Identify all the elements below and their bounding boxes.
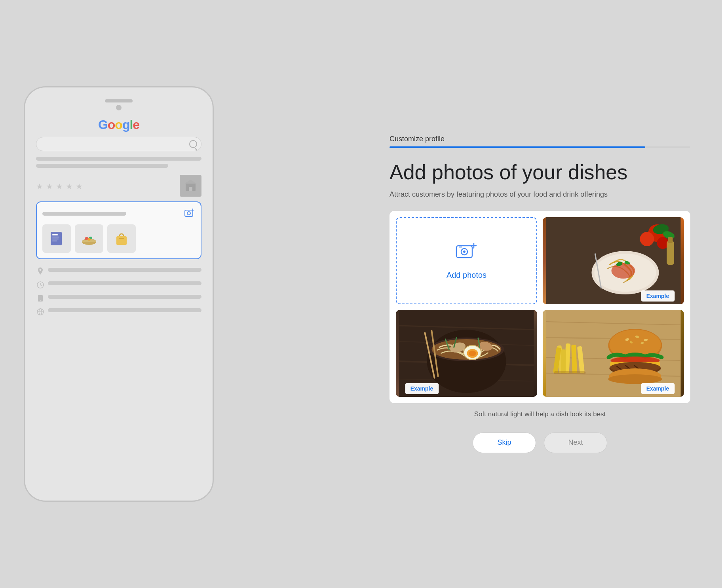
svg-rect-7 (52, 237, 59, 237)
svg-text:Example: Example (646, 385, 669, 392)
store-icon (180, 175, 201, 197)
photo-grid: Add photos (390, 211, 690, 403)
svg-text:Example: Example (646, 293, 669, 299)
globe-row (36, 307, 201, 316)
svg-rect-6 (52, 234, 58, 235)
stars-row: ★ ★ ★ ★ ★ (36, 175, 201, 197)
svg-rect-15 (119, 238, 124, 239)
progress-section: Customize profile (390, 135, 690, 148)
svg-rect-75 (554, 371, 586, 374)
add-photos-icon (456, 242, 478, 266)
svg-point-32 (640, 232, 654, 246)
svg-point-4 (187, 212, 190, 215)
subtitle-text: Attract customers by featuring photos of… (390, 189, 690, 200)
google-logo: Google (98, 118, 139, 132)
progress-bar-background (390, 146, 690, 148)
next-button[interactable]: Next (544, 432, 607, 453)
phone-icon (36, 294, 45, 303)
phone-camera-dot (116, 105, 122, 110)
star-rating: ★ ★ ★ ★ ★ (36, 182, 84, 190)
pasta-photo-cell: Example (543, 217, 684, 304)
clock-icon (36, 281, 45, 289)
phone-mockup: Google ★ ★ ★ ★ ★ (24, 86, 214, 502)
svg-point-13 (87, 238, 91, 241)
phone-highlight-card (36, 201, 201, 259)
globe-icon (36, 307, 45, 316)
clock-row (36, 281, 201, 289)
add-photos-cell[interactable]: Add photos (396, 217, 537, 304)
location-icon (36, 267, 45, 276)
right-panel: Customize profile Add photos of your dis… (390, 135, 690, 453)
star-5: ★ (76, 182, 84, 190)
food-icon-bag (107, 224, 136, 253)
svg-rect-23 (459, 246, 462, 248)
buttons-row: Skip Next (390, 432, 690, 453)
star-3: ★ (56, 182, 65, 190)
phone-speaker (105, 99, 133, 102)
svg-rect-14 (116, 236, 127, 245)
svg-rect-8 (52, 239, 59, 239)
star-4: ★ (66, 182, 74, 190)
svg-point-53 (469, 351, 476, 356)
food-icon-menu (42, 224, 71, 253)
svg-point-28 (612, 263, 635, 279)
svg-rect-37 (668, 237, 673, 243)
svg-rect-36 (667, 241, 674, 265)
burger-photo-cell: Example (543, 310, 684, 397)
star-1: ★ (36, 182, 45, 190)
card-title-placeholder (42, 212, 126, 216)
star-2: ★ (46, 182, 55, 190)
phone-search-bar (36, 137, 201, 151)
food-icons-row (42, 224, 195, 253)
search-icon (189, 140, 197, 148)
svg-rect-3 (185, 210, 193, 216)
phone-row (36, 294, 201, 303)
food-icon-taco (75, 224, 103, 253)
phone-content-lines (36, 157, 201, 171)
ramen-photo-cell: Example (396, 310, 537, 397)
camera-plus-icon (184, 208, 195, 220)
tip-text: Soft natural light will help a dish look… (390, 410, 690, 418)
svg-text:Example: Example (410, 385, 433, 392)
add-photos-label: Add photos (446, 271, 486, 280)
page-container: Google ★ ★ ★ ★ ★ (0, 0, 722, 588)
svg-rect-2 (189, 187, 192, 191)
svg-point-91 (608, 374, 662, 384)
progress-bar-fill (390, 146, 645, 148)
svg-marker-1 (184, 180, 197, 184)
svg-rect-9 (52, 241, 57, 241)
svg-point-22 (463, 250, 466, 253)
progress-label: Customize profile (390, 135, 690, 143)
main-title: Add photos of your dishes (390, 161, 690, 184)
phone-bottom-section (36, 265, 201, 489)
svg-rect-74 (561, 349, 566, 373)
location-row (36, 267, 201, 276)
svg-rect-71 (571, 345, 577, 373)
skip-button[interactable]: Skip (473, 432, 536, 453)
